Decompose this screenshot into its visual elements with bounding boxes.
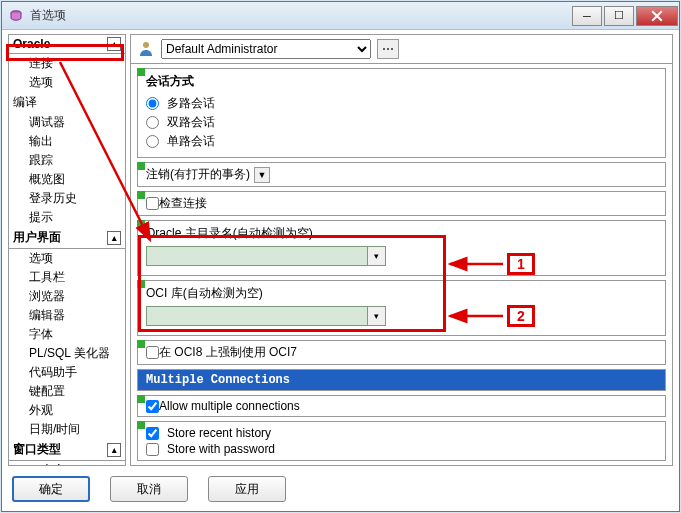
indicator-icon xyxy=(137,220,145,228)
admin-icon xyxy=(137,39,155,60)
oracle-home-label: Oracle 主目录名(自动检测为空) xyxy=(146,225,657,242)
collapse-icon: ▴ xyxy=(107,37,121,51)
cancel-button[interactable]: 取消 xyxy=(110,476,188,502)
ok-button[interactable]: 确定 xyxy=(12,476,90,502)
oci-lib-label: OCI 库(自动检测为空) xyxy=(146,285,657,302)
content-panel: 会话方式 多路会话双路会话单路会话 注销(有打开的事务) ▼ 检查连接 Orac… xyxy=(130,64,673,466)
session-option-label: 单路会话 xyxy=(167,133,215,150)
sidebar-item[interactable]: 概览图 xyxy=(9,170,125,189)
sidebar-item[interactable]: PL/SQL 美化器 xyxy=(9,344,125,363)
session-radio[interactable] xyxy=(146,116,159,129)
chevron-down-icon[interactable]: ▼ xyxy=(254,167,270,183)
toolbar-menu-button[interactable]: ⋯ xyxy=(377,39,399,59)
annotation-number-1: 1 xyxy=(507,253,535,275)
sidebar-category[interactable]: 编译 xyxy=(9,92,125,113)
store-password-checkbox[interactable] xyxy=(146,443,159,456)
multiple-connections-header: Multiple Connections xyxy=(137,369,666,391)
sidebar-category[interactable]: 用户界面▴ xyxy=(9,227,125,249)
session-radio[interactable] xyxy=(146,97,159,110)
indicator-icon xyxy=(137,421,145,429)
button-bar: 确定 取消 应用 xyxy=(2,470,679,508)
sidebar-category[interactable]: Oracle▴ xyxy=(9,35,125,54)
check-conn-checkbox[interactable] xyxy=(146,197,159,210)
oci-lib-section: OCI 库(自动检测为空) ▾ xyxy=(137,280,666,336)
indicator-icon xyxy=(137,68,145,76)
force-oci7-checkbox[interactable] xyxy=(146,346,159,359)
sidebar-item[interactable]: 日期/时间 xyxy=(9,420,125,439)
sidebar-item[interactable]: 输出 xyxy=(9,132,125,151)
oci-lib-combo[interactable]: ▾ xyxy=(146,306,386,326)
indicator-icon xyxy=(137,395,145,403)
sidebar-item[interactable]: 程序窗口 xyxy=(9,461,125,466)
close-button[interactable] xyxy=(636,6,678,26)
logout-section: 注销(有打开的事务) ▼ xyxy=(137,162,666,187)
maximize-button[interactable]: ☐ xyxy=(604,6,634,26)
sidebar-item[interactable]: 选项 xyxy=(9,249,125,268)
apply-button[interactable]: 应用 xyxy=(208,476,286,502)
force-oci7-section: 在 OCI8 上强制使用 OCI7 xyxy=(137,340,666,365)
oracle-home-combo[interactable]: ▾ xyxy=(146,246,386,266)
collapse-icon: ▴ xyxy=(107,443,121,457)
toolbar: Default Administrator ⋯ xyxy=(130,34,673,64)
minimize-button[interactable]: ─ xyxy=(572,6,602,26)
window-title: 首选项 xyxy=(30,7,571,24)
history-section: Store recent history Store with password xyxy=(137,421,666,461)
session-radio[interactable] xyxy=(146,135,159,148)
session-option-label: 双路会话 xyxy=(167,114,215,131)
sidebar: Oracle▴连接选项编译调试器输出跟踪概览图登录历史提示用户界面▴选项工具栏浏… xyxy=(8,34,126,466)
sidebar-item[interactable]: 外观 xyxy=(9,401,125,420)
check-conn-label: 检查连接 xyxy=(159,195,207,212)
sidebar-item[interactable]: 编辑器 xyxy=(9,306,125,325)
indicator-icon xyxy=(137,340,145,348)
app-icon xyxy=(8,8,24,24)
sidebar-item[interactable]: 字体 xyxy=(9,325,125,344)
sidebar-item[interactable]: 选项 xyxy=(9,73,125,92)
sidebar-item[interactable]: 提示 xyxy=(9,208,125,227)
titlebar: 首选项 ─ ☐ xyxy=(2,2,679,30)
sidebar-item[interactable]: 键配置 xyxy=(9,382,125,401)
store-history-label: Store recent history xyxy=(167,426,271,440)
admin-select[interactable]: Default Administrator xyxy=(161,39,371,59)
indicator-icon xyxy=(137,191,145,199)
sidebar-item[interactable]: 代码助手 xyxy=(9,363,125,382)
chevron-down-icon: ▾ xyxy=(367,247,385,265)
check-conn-section: 检查连接 xyxy=(137,191,666,216)
sidebar-category[interactable]: 窗口类型▴ xyxy=(9,439,125,461)
session-title: 会话方式 xyxy=(146,73,657,90)
sidebar-item[interactable]: 登录历史 xyxy=(9,189,125,208)
chevron-down-icon: ▾ xyxy=(367,307,385,325)
sidebar-item[interactable]: 工具栏 xyxy=(9,268,125,287)
session-option-label: 多路会话 xyxy=(167,95,215,112)
svg-point-1 xyxy=(143,42,149,48)
collapse-icon: ▴ xyxy=(107,231,121,245)
sidebar-item[interactable]: 跟踪 xyxy=(9,151,125,170)
session-section: 会话方式 多路会话双路会话单路会话 xyxy=(137,68,666,158)
oracle-home-section: Oracle 主目录名(自动检测为空) ▾ xyxy=(137,220,666,276)
allow-multi-label: Allow multiple connections xyxy=(159,399,300,413)
sidebar-item[interactable]: 浏览器 xyxy=(9,287,125,306)
force-oci7-label: 在 OCI8 上强制使用 OCI7 xyxy=(159,344,297,361)
sidebar-item[interactable]: 调试器 xyxy=(9,113,125,132)
indicator-icon xyxy=(137,162,145,170)
annotation-number-2: 2 xyxy=(507,305,535,327)
store-password-label: Store with password xyxy=(167,442,275,456)
indicator-icon xyxy=(137,280,145,288)
allow-multi-section: Allow multiple connections xyxy=(137,395,666,417)
allow-multi-checkbox[interactable] xyxy=(146,400,159,413)
sidebar-item[interactable]: 连接 xyxy=(9,54,125,73)
logout-label: 注销(有打开的事务) xyxy=(146,166,250,183)
store-history-checkbox[interactable] xyxy=(146,427,159,440)
